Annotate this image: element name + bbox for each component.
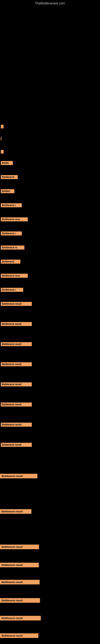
bottleneck-item-7: Bottleneck re: [1, 246, 24, 250]
bottleneck-item-3: Bottlen: [1, 189, 14, 193]
bottleneck-item-25: Bottleneck result: [0, 616, 41, 620]
site-title: TheBottlenecker.com: [0, 0, 100, 6]
bottleneck-item-2: Bottleneck: [1, 175, 18, 179]
bottleneck-item-11: Bottleneck result: [1, 302, 32, 306]
bottleneck-item-26: Bottleneck result: [0, 633, 38, 638]
bottleneck-item-21: Bottleneck result: [0, 544, 39, 549]
bottleneck-item-1: Bottle: [1, 161, 13, 165]
bottleneck-item-24: Bottleneck result: [0, 598, 40, 603]
bottleneck-item-15: Bottleneck result: [1, 382, 32, 386]
bottleneck-item-17: Bottleneck result: [1, 422, 32, 427]
page-container: TheBottlenecker.com Bottle Bottleneck Bo…: [0, 0, 100, 644]
bottleneck-item-4: Bottleneck r: [1, 203, 22, 207]
bottleneck-item-22: Bottleneck result: [0, 563, 39, 567]
bottleneck-item-10: Bottleneck r: [1, 288, 23, 292]
bottleneck-item-13: Bottleneck result: [1, 342, 32, 346]
indicator-2: [1, 137, 1, 140]
bottleneck-item-18: Bottleneck result: [1, 443, 32, 447]
indicator-1: [1, 125, 3, 128]
bottleneck-item-8: Bottleneck: [1, 260, 20, 264]
bottleneck-item-23: Bottleneck result: [0, 580, 40, 584]
bottleneck-item-6: Bottleneck r: [1, 232, 22, 236]
indicator-3: [1, 150, 3, 154]
bottleneck-item-16: Bottleneck result: [1, 402, 32, 406]
bottleneck-item-20: Bottleneck result: [0, 509, 31, 514]
bottleneck-item-9: Bottleneck resu: [1, 274, 28, 278]
content-area: [0, 6, 100, 127]
bottleneck-item-19: Bottleneck result: [0, 474, 37, 478]
bottleneck-item-5: Bottleneck resu: [1, 217, 28, 222]
bottleneck-item-14: Bottleneck result: [1, 362, 32, 366]
bottleneck-item-12: Bottleneck result: [1, 322, 32, 326]
